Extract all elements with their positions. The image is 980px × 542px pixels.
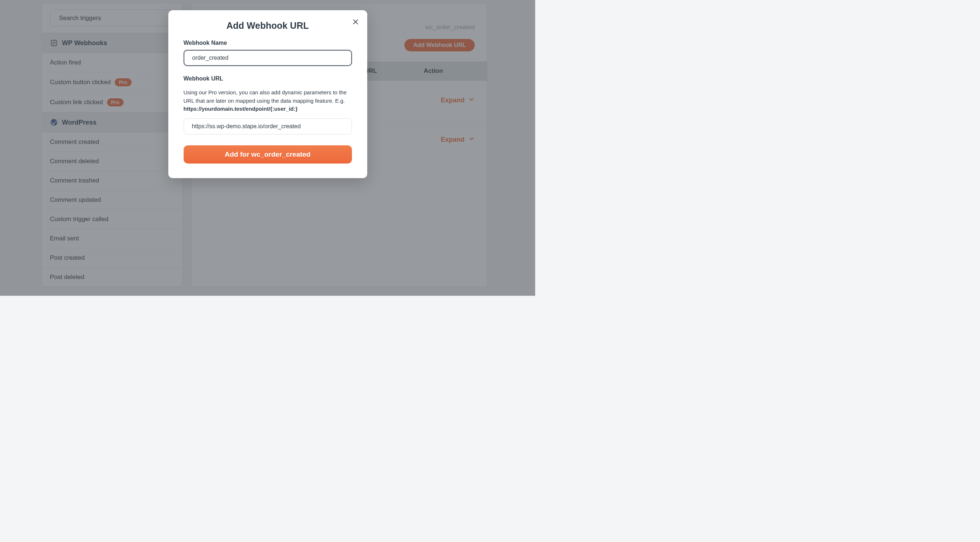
modal-overlay[interactable]: Add Webhook URL Webhook Name Webhook URL…: [0, 0, 535, 296]
webhook-url-input[interactable]: [184, 118, 352, 134]
hint-example: https://yourdomain.test/endpoint/{:user_…: [184, 106, 298, 112]
close-icon[interactable]: [350, 17, 361, 27]
modal-title: Add Webhook URL: [184, 21, 352, 31]
webhook-url-label: Webhook URL: [184, 75, 352, 82]
add-webhook-modal: Add Webhook URL Webhook Name Webhook URL…: [168, 10, 367, 178]
webhook-name-label: Webhook Name: [184, 40, 352, 46]
webhook-name-input[interactable]: [184, 50, 352, 66]
webhook-url-hint: Using our Pro version, you can also add …: [184, 89, 352, 113]
hint-text: Using our Pro version, you can also add …: [184, 89, 347, 104]
add-for-trigger-button[interactable]: Add for wc_order_created: [184, 145, 352, 164]
